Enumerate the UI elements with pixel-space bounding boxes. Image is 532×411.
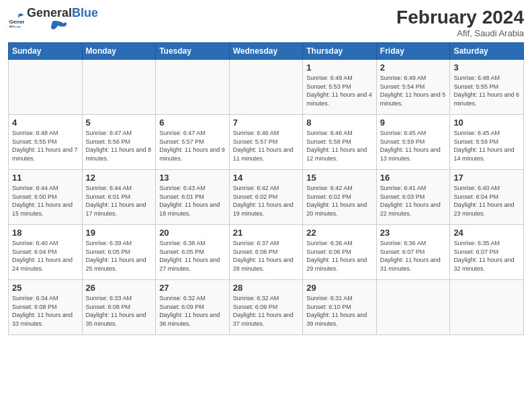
day-number: 26 bbox=[86, 283, 152, 293]
day-info: Sunrise: 6:35 AMSunset: 6:07 PMDaylight:… bbox=[453, 239, 520, 273]
day-number: 23 bbox=[380, 228, 447, 238]
day-info: Sunrise: 6:40 AMSunset: 6:04 PMDaylight:… bbox=[453, 184, 520, 218]
calendar-table: Sunday Monday Tuesday Wednesday Thursday… bbox=[8, 42, 524, 335]
day-info: Sunrise: 6:39 AMSunset: 6:05 PMDaylight:… bbox=[86, 239, 152, 273]
day-number: 13 bbox=[159, 173, 226, 183]
calendar-cell: 6Sunrise: 6:47 AMSunset: 5:57 PMDaylight… bbox=[156, 115, 230, 170]
day-info: Sunrise: 6:45 AMSunset: 5:59 PMDaylight:… bbox=[380, 129, 447, 163]
day-number: 15 bbox=[306, 173, 373, 183]
calendar-cell: 7Sunrise: 6:46 AMSunset: 5:57 PMDaylight… bbox=[229, 115, 303, 170]
calendar-cell: 28Sunrise: 6:32 AMSunset: 6:09 PMDayligh… bbox=[229, 280, 303, 335]
calendar-cell bbox=[156, 60, 230, 115]
calendar-cell: 27Sunrise: 6:32 AMSunset: 6:09 PMDayligh… bbox=[156, 280, 230, 335]
day-info: Sunrise: 6:46 AMSunset: 5:57 PMDaylight:… bbox=[233, 129, 300, 163]
day-info: Sunrise: 6:42 AMSunset: 6:02 PMDaylight:… bbox=[306, 184, 373, 218]
day-number: 28 bbox=[233, 283, 300, 293]
col-friday: Friday bbox=[376, 43, 450, 60]
day-info: Sunrise: 6:48 AMSunset: 5:55 PMDaylight:… bbox=[12, 129, 79, 163]
logo: General Blue GeneralBlue bbox=[8, 7, 98, 35]
month-title: February 2024 bbox=[396, 7, 524, 28]
calendar-cell: 3Sunrise: 6:48 AMSunset: 5:55 PMDaylight… bbox=[450, 60, 524, 115]
day-number: 11 bbox=[12, 173, 79, 183]
day-info: Sunrise: 6:45 AMSunset: 5:59 PMDaylight:… bbox=[453, 129, 520, 163]
day-info: Sunrise: 6:36 AMSunset: 6:07 PMDaylight:… bbox=[380, 239, 447, 273]
day-number: 2 bbox=[380, 62, 447, 73]
day-info: Sunrise: 6:44 AMSunset: 6:00 PMDaylight:… bbox=[12, 184, 79, 218]
day-info: Sunrise: 6:47 AMSunset: 5:57 PMDaylight:… bbox=[159, 129, 226, 163]
calendar-cell: 20Sunrise: 6:38 AMSunset: 6:05 PMDayligh… bbox=[156, 225, 230, 280]
day-info: Sunrise: 6:44 AMSunset: 6:01 PMDaylight:… bbox=[86, 184, 152, 218]
day-info: Sunrise: 6:37 AMSunset: 6:06 PMDaylight:… bbox=[233, 239, 300, 273]
day-number: 27 bbox=[159, 283, 226, 293]
day-number: 10 bbox=[453, 118, 520, 128]
day-number: 8 bbox=[306, 118, 373, 128]
day-info: Sunrise: 6:47 AMSunset: 5:56 PMDaylight:… bbox=[86, 129, 152, 163]
calendar-cell: 25Sunrise: 6:34 AMSunset: 6:08 PMDayligh… bbox=[9, 280, 83, 335]
subtitle: Afif, Saudi Arabia bbox=[396, 28, 524, 38]
calendar-cell: 18Sunrise: 6:40 AMSunset: 6:04 PMDayligh… bbox=[9, 225, 83, 280]
calendar-cell: 29Sunrise: 6:31 AMSunset: 6:10 PMDayligh… bbox=[303, 280, 377, 335]
day-info: Sunrise: 6:49 AMSunset: 5:53 PMDaylight:… bbox=[306, 74, 373, 107]
day-number: 14 bbox=[233, 173, 300, 183]
logo-blue: Blue bbox=[72, 6, 98, 19]
calendar-cell: 19Sunrise: 6:39 AMSunset: 6:05 PMDayligh… bbox=[82, 225, 156, 280]
day-info: Sunrise: 6:48 AMSunset: 5:55 PMDaylight:… bbox=[453, 74, 520, 107]
calendar-cell: 15Sunrise: 6:42 AMSunset: 6:02 PMDayligh… bbox=[303, 170, 377, 225]
day-number: 16 bbox=[380, 173, 447, 183]
day-number: 12 bbox=[86, 173, 152, 183]
title-block: February 2024 Afif, Saudi Arabia bbox=[396, 7, 524, 38]
day-info: Sunrise: 6:32 AMSunset: 6:09 PMDaylight:… bbox=[233, 294, 300, 328]
col-saturday: Saturday bbox=[450, 43, 524, 60]
calendar-cell: 9Sunrise: 6:45 AMSunset: 5:59 PMDaylight… bbox=[376, 115, 450, 170]
day-number: 4 bbox=[12, 118, 79, 128]
day-info: Sunrise: 6:42 AMSunset: 6:02 PMDaylight:… bbox=[233, 184, 300, 218]
day-number: 17 bbox=[453, 173, 520, 183]
calendar-cell: 22Sunrise: 6:36 AMSunset: 6:06 PMDayligh… bbox=[303, 225, 377, 280]
day-info: Sunrise: 6:38 AMSunset: 6:05 PMDaylight:… bbox=[159, 239, 226, 273]
calendar-week-row: 4Sunrise: 6:48 AMSunset: 5:55 PMDaylight… bbox=[9, 115, 524, 170]
day-number: 18 bbox=[12, 228, 79, 238]
day-info: Sunrise: 6:33 AMSunset: 6:08 PMDaylight:… bbox=[86, 294, 152, 328]
col-wednesday: Wednesday bbox=[229, 43, 303, 60]
day-number: 25 bbox=[12, 283, 79, 293]
day-number: 20 bbox=[159, 228, 226, 238]
day-number: 21 bbox=[233, 228, 300, 238]
calendar-cell: 13Sunrise: 6:43 AMSunset: 6:01 PMDayligh… bbox=[156, 170, 230, 225]
calendar-cell: 12Sunrise: 6:44 AMSunset: 6:01 PMDayligh… bbox=[82, 170, 156, 225]
day-info: Sunrise: 6:46 AMSunset: 5:58 PMDaylight:… bbox=[306, 129, 373, 163]
calendar-cell: 24Sunrise: 6:35 AMSunset: 6:07 PMDayligh… bbox=[450, 225, 524, 280]
calendar-week-row: 25Sunrise: 6:34 AMSunset: 6:08 PMDayligh… bbox=[9, 280, 524, 335]
calendar-cell: 5Sunrise: 6:47 AMSunset: 5:56 PMDaylight… bbox=[82, 115, 156, 170]
calendar-cell: 17Sunrise: 6:40 AMSunset: 6:04 PMDayligh… bbox=[450, 170, 524, 225]
day-info: Sunrise: 6:31 AMSunset: 6:10 PMDaylight:… bbox=[306, 294, 373, 328]
calendar-cell: 4Sunrise: 6:48 AMSunset: 5:55 PMDaylight… bbox=[9, 115, 83, 170]
calendar-week-row: 18Sunrise: 6:40 AMSunset: 6:04 PMDayligh… bbox=[9, 225, 524, 280]
logo-icon: General Blue bbox=[8, 11, 24, 30]
logo-text-block: GeneralBlue bbox=[27, 7, 98, 35]
day-number: 3 bbox=[453, 62, 520, 73]
calendar-cell: 2Sunrise: 6:49 AMSunset: 5:54 PMDaylight… bbox=[376, 60, 450, 115]
calendar-cell: 21Sunrise: 6:37 AMSunset: 6:06 PMDayligh… bbox=[229, 225, 303, 280]
calendar-week-row: 1Sunrise: 6:49 AMSunset: 5:53 PMDaylight… bbox=[9, 60, 524, 115]
day-info: Sunrise: 6:32 AMSunset: 6:09 PMDaylight:… bbox=[159, 294, 226, 328]
day-number: 6 bbox=[159, 118, 226, 128]
day-info: Sunrise: 6:43 AMSunset: 6:01 PMDaylight:… bbox=[159, 184, 226, 218]
svg-text:Blue: Blue bbox=[9, 24, 21, 27]
calendar-cell bbox=[82, 60, 156, 115]
day-number: 9 bbox=[380, 118, 447, 128]
day-info: Sunrise: 6:34 AMSunset: 6:08 PMDaylight:… bbox=[12, 294, 79, 328]
day-info: Sunrise: 6:49 AMSunset: 5:54 PMDaylight:… bbox=[380, 74, 447, 107]
calendar-header-row: Sunday Monday Tuesday Wednesday Thursday… bbox=[9, 43, 524, 60]
day-number: 19 bbox=[86, 228, 152, 238]
col-thursday: Thursday bbox=[303, 43, 377, 60]
calendar-cell: 16Sunrise: 6:41 AMSunset: 6:03 PMDayligh… bbox=[376, 170, 450, 225]
calendar-cell: 26Sunrise: 6:33 AMSunset: 6:08 PMDayligh… bbox=[82, 280, 156, 335]
calendar-cell: 23Sunrise: 6:36 AMSunset: 6:07 PMDayligh… bbox=[376, 225, 450, 280]
calendar-week-row: 11Sunrise: 6:44 AMSunset: 6:00 PMDayligh… bbox=[9, 170, 524, 225]
calendar-cell bbox=[229, 60, 303, 115]
header: General Blue GeneralBlue February 2024 A… bbox=[8, 7, 524, 38]
day-number: 7 bbox=[233, 118, 300, 128]
calendar-cell bbox=[376, 280, 450, 335]
day-number: 29 bbox=[306, 283, 373, 293]
calendar-cell bbox=[450, 280, 524, 335]
